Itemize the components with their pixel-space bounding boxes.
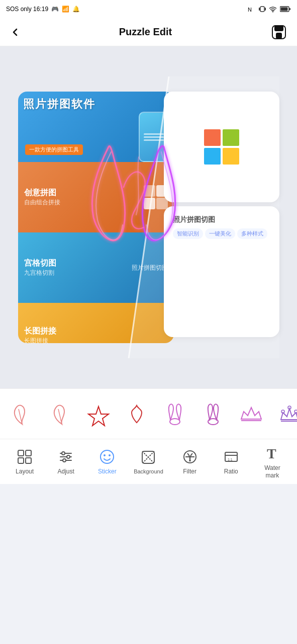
svg-point-43 (109, 454, 111, 456)
watermark-icon: T (263, 444, 281, 462)
canvas-area: 照片拼图软件 一款方便的拼图工具 创意拼图 自由组合拼接 (0, 46, 297, 388)
left-panel: 照片拼图软件 一款方便的拼图工具 创意拼图 自由组合拼接 (18, 92, 174, 343)
svg-point-42 (104, 454, 106, 456)
top-bar: Puzzle Edit (0, 18, 297, 46)
status-right: N (248, 5, 291, 13)
sticker-3[interactable] (81, 397, 116, 431)
battery-icon (280, 6, 291, 13)
sticker-6[interactable] (196, 397, 230, 431)
bottom-toolbar: Layout Adjust Sticker (0, 439, 297, 484)
svg-rect-7 (289, 8, 291, 10)
sticker-label: Sticker (98, 468, 117, 475)
svg-rect-31 (18, 450, 24, 456)
filter-icon (181, 448, 199, 466)
row-1-blue: 照片拼图软件 一款方便的拼图工具 (18, 92, 174, 162)
svg-point-15 (170, 419, 180, 425)
svg-text:N: N (248, 7, 252, 13)
svg-point-16 (208, 419, 218, 425)
toolbar-watermark[interactable]: T Water mark (255, 440, 289, 483)
toolbar-layout[interactable]: Layout (8, 444, 42, 479)
svg-rect-3 (265, 8, 266, 11)
background-label: Background (134, 468, 163, 475)
windows-logo (204, 129, 239, 165)
right-top-card (164, 92, 279, 202)
svg-point-40 (63, 459, 66, 462)
right-bottom-card: 照片拼图切图 智能识别 一键美化 多种样式 (164, 206, 279, 337)
svg-rect-6 (281, 8, 288, 11)
puzzle-preview[interactable]: 照片拼图软件 一款方便的拼图工具 创意拼图 自由组合拼接 (18, 76, 279, 358)
right-panel: 照片拼图切图 智能识别 一键美化 多种样式 (164, 92, 279, 343)
status-sos: SOS only 16:19 (6, 6, 48, 13)
background-icon (139, 448, 157, 466)
row-2-orange: 创意拼图 自由组合拼接 (18, 162, 174, 232)
save-icon-btn[interactable] (270, 23, 288, 41)
svg-text:1:1: 1:1 (228, 458, 233, 461)
row-4-yellow: 长图拼接 长图拼接 (18, 303, 174, 343)
left-top-text: 照片拼图软件 (23, 97, 95, 112)
layout-icon (16, 448, 34, 466)
left-top-badge: 一款方便的拼图工具 (25, 144, 83, 155)
sticker-8[interactable] (272, 397, 297, 431)
wifi-icon (269, 6, 277, 13)
sticker-5[interactable] (158, 397, 192, 431)
svg-rect-33 (18, 458, 24, 463)
svg-rect-10 (276, 33, 281, 38)
sticker-4[interactable] (120, 397, 154, 431)
svg-rect-32 (26, 450, 31, 456)
toolbar-adjust[interactable]: Adjust (49, 444, 83, 479)
sticker-7[interactable] (234, 397, 268, 431)
svg-rect-1 (260, 7, 264, 12)
status-emoji1: 🎮 (51, 6, 59, 13)
svg-rect-34 (26, 458, 31, 463)
status-emoji2: 📶 (62, 6, 69, 13)
adjust-icon (57, 448, 75, 466)
page-title: Puzzle Edit (119, 26, 172, 38)
layout-label: Layout (16, 468, 34, 475)
status-left: SOS only 16:19 🎮 📶 🔔 (6, 6, 80, 13)
watermark-label: Water mark (264, 464, 280, 479)
svg-rect-9 (275, 26, 283, 31)
sticker-2[interactable] (43, 397, 77, 431)
row-3-grid: 宫格切图 九宫格切割 照片拼图切图 (18, 232, 174, 303)
back-button[interactable] (9, 26, 21, 38)
toolbar-sticker[interactable]: Sticker (90, 444, 124, 479)
sticker-1[interactable] (5, 397, 39, 431)
filter-label: Filter (183, 468, 196, 475)
sticker-icon (98, 448, 116, 466)
svg-rect-2 (259, 8, 260, 11)
svg-point-41 (101, 450, 114, 463)
adjust-label: Adjust (58, 468, 74, 475)
ratio-icon: 1:1 (222, 448, 240, 466)
status-emoji3: 🔔 (72, 6, 80, 13)
svg-point-39 (67, 455, 70, 458)
toolbar-background[interactable]: Background (131, 444, 165, 479)
sticker-strip (0, 388, 297, 439)
svg-point-4 (272, 11, 273, 12)
vibrate-icon (259, 6, 266, 13)
toolbar-filter[interactable]: Filter (173, 444, 207, 479)
svg-point-38 (62, 452, 65, 455)
nfc-icon: N (248, 5, 256, 13)
svg-text:T: T (267, 446, 276, 461)
ratio-label: Ratio (224, 468, 238, 475)
toolbar-ratio[interactable]: 1:1 Ratio (214, 444, 248, 479)
status-bar: SOS only 16:19 🎮 📶 🔔 N (0, 0, 297, 18)
